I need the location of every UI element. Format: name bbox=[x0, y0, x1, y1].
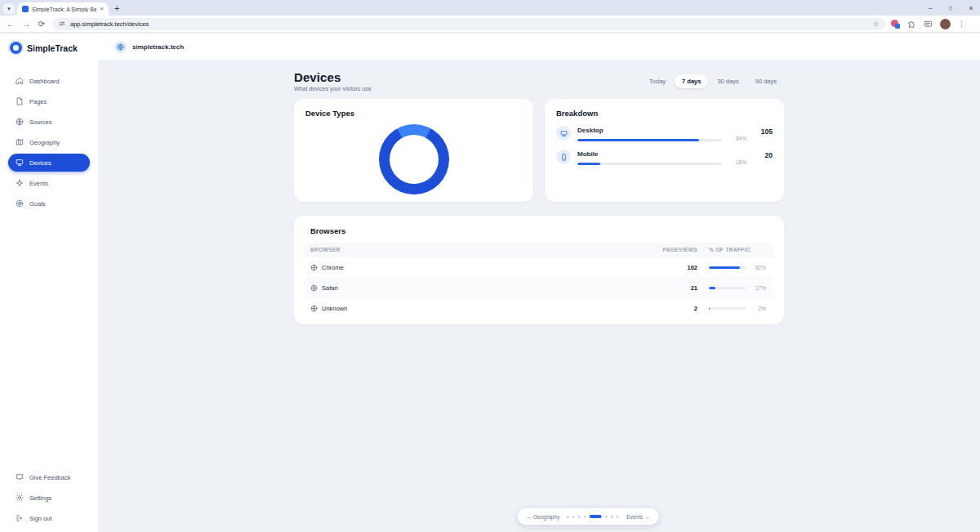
site-name[interactable]: simpletrack.tech bbox=[132, 43, 184, 51]
chat-icon bbox=[16, 473, 24, 481]
breakdown-card: Breakdown Desktop 84% 105 bbox=[545, 99, 784, 202]
profile-avatar[interactable] bbox=[940, 19, 951, 29]
new-tab-button[interactable]: + bbox=[114, 3, 119, 13]
browsers-title: Browsers bbox=[310, 226, 768, 235]
traffic-bar-fill bbox=[709, 287, 715, 289]
breakdown-label: Mobile bbox=[577, 150, 722, 158]
page-icon bbox=[16, 97, 24, 105]
sidebar-item-dashboard[interactable]: Dashboard bbox=[8, 72, 90, 90]
breakdown-value: 20 bbox=[753, 151, 773, 159]
table-row-chrome[interactable]: Chrome 102 82% bbox=[304, 257, 774, 277]
traffic-bar-track bbox=[709, 307, 746, 310]
pager-next-link[interactable]: Events → bbox=[626, 514, 649, 520]
sidebar-item-feedback[interactable]: Give Feedback bbox=[8, 468, 90, 486]
section-pager: ← Geography Events → bbox=[518, 508, 659, 525]
window-maximize-button[interactable]: ○ bbox=[947, 4, 955, 12]
sidebar-item-goals[interactable]: Goals bbox=[8, 194, 90, 212]
site-info-icon[interactable] bbox=[59, 20, 65, 27]
extension-icon[interactable] bbox=[891, 20, 900, 29]
traffic-pct: 82% bbox=[751, 265, 766, 270]
browser-globe-icon bbox=[310, 305, 318, 312]
table-row-unknown[interactable]: Unknown 2 2% bbox=[304, 297, 774, 318]
pager-dot[interactable] bbox=[617, 516, 619, 518]
pager-dot[interactable] bbox=[572, 516, 575, 518]
browser-menu-icon[interactable]: ⋮ bbox=[958, 20, 965, 28]
breakdown-bar-fill bbox=[577, 163, 600, 165]
site-topbar: simpletrack.tech bbox=[98, 34, 980, 60]
range-today-button[interactable]: Today bbox=[642, 74, 673, 88]
pager-dot-active[interactable] bbox=[590, 515, 602, 518]
breakdown-title: Breakdown bbox=[556, 109, 773, 118]
extensions-puzzle-icon[interactable] bbox=[907, 20, 916, 29]
pager-dot[interactable] bbox=[611, 516, 613, 518]
gear-icon bbox=[16, 494, 24, 502]
window-minimize-button[interactable]: − bbox=[926, 4, 934, 12]
sign-out-icon bbox=[16, 514, 24, 522]
map-icon bbox=[16, 138, 24, 146]
sidebar-item-devices[interactable]: Devices bbox=[8, 154, 90, 172]
sidebar-item-events[interactable]: Events bbox=[8, 174, 90, 192]
sidebar-item-settings[interactable]: Settings bbox=[8, 489, 90, 507]
forward-icon[interactable]: → bbox=[21, 20, 31, 29]
breakdown-row-desktop: Desktop 84% 105 bbox=[556, 126, 773, 141]
col-browser: BROWSER bbox=[310, 247, 647, 253]
desktop-icon bbox=[556, 126, 571, 141]
breakdown-row-mobile: Mobile 16% 20 bbox=[556, 150, 773, 165]
extension-badge bbox=[895, 24, 900, 29]
tab-title: SimpleTrack: A Simply Beautifu bbox=[32, 7, 96, 12]
range-7days-button[interactable]: 7 days bbox=[675, 74, 708, 88]
mobile-icon bbox=[556, 150, 571, 164]
pageviews-value: 2 bbox=[647, 305, 697, 312]
brand: SimpleTrack bbox=[10, 42, 90, 54]
spark-icon bbox=[16, 179, 24, 187]
pager-dot[interactable] bbox=[567, 516, 569, 518]
sidebar-item-signout[interactable]: Sign out bbox=[8, 509, 90, 527]
sidebar-item-geography[interactable]: Geography bbox=[8, 133, 90, 151]
date-range-picker: Today 7 days 30 days 90 days bbox=[642, 74, 784, 88]
device-types-card: Device Types bbox=[294, 99, 533, 202]
brand-name: SimpleTrack bbox=[27, 43, 78, 53]
site-globe-icon bbox=[114, 41, 127, 53]
window-close-button[interactable]: × bbox=[967, 4, 975, 12]
breakdown-label: Desktop bbox=[577, 127, 722, 134]
cast-icon[interactable] bbox=[924, 20, 933, 29]
browser-tab-strip: ▾ SimpleTrack: A Simply Beautifu × + − ○… bbox=[0, 0, 980, 16]
col-pageviews: PAGEVIEWS bbox=[647, 247, 697, 253]
reload-icon[interactable]: ⟳ bbox=[37, 20, 47, 29]
range-30days-button[interactable]: 30 days bbox=[710, 74, 746, 88]
page-header: Devices What devices your visitors use bbox=[294, 70, 372, 92]
browser-tab[interactable]: SimpleTrack: A Simply Beautifu × bbox=[17, 2, 109, 16]
breakdown-value: 105 bbox=[753, 127, 773, 136]
sidebar-item-sources[interactable]: Sources bbox=[8, 113, 90, 131]
back-icon[interactable]: ← bbox=[6, 20, 16, 29]
breakdown-bar-track bbox=[577, 139, 722, 141]
browsers-card: Browsers BROWSER PAGEVIEWS % OF TRAFFIC … bbox=[294, 216, 784, 324]
globe-icon bbox=[16, 118, 24, 126]
url-text: app.simpletrack.tech/devices bbox=[70, 20, 868, 28]
tab-close-icon[interactable]: × bbox=[100, 6, 104, 12]
bookmark-star-icon[interactable]: ☆ bbox=[873, 20, 879, 28]
pager-dot[interactable] bbox=[584, 516, 586, 518]
screen: ▾ SimpleTrack: A Simply Beautifu × + − ○… bbox=[0, 0, 980, 532]
traffic-bar-fill bbox=[709, 307, 710, 310]
address-bar[interactable]: app.simpletrack.tech/devices ☆ bbox=[52, 18, 885, 30]
browser-globe-icon bbox=[310, 284, 318, 292]
traffic-pct: 2% bbox=[751, 306, 766, 311]
page-title: Devices bbox=[294, 70, 372, 84]
device-types-title: Device Types bbox=[305, 109, 522, 118]
page-subtitle: What devices your visitors use bbox=[294, 86, 372, 92]
range-90days-button[interactable]: 90 days bbox=[748, 74, 784, 88]
col-traffic: % OF TRAFFIC bbox=[697, 247, 768, 253]
pager-prev-link[interactable]: ← Geography bbox=[527, 514, 559, 520]
tab-search-button[interactable]: ▾ bbox=[3, 3, 15, 14]
sidebar-item-pages[interactable]: Pages bbox=[8, 92, 90, 110]
browser-toolbar: ← → ⟳ app.simpletrack.tech/devices ☆ ⋮ bbox=[0, 16, 980, 33]
monitor-icon bbox=[16, 159, 24, 167]
pager-dot[interactable] bbox=[578, 516, 581, 518]
breakdown-pct: 16% bbox=[728, 159, 746, 165]
breakdown-pct: 84% bbox=[728, 136, 746, 141]
table-row-safari[interactable]: Safari 21 17% bbox=[304, 277, 774, 297]
browser-name: Safari bbox=[322, 284, 338, 292]
device-donut-chart bbox=[379, 124, 449, 194]
pager-dot[interactable] bbox=[605, 516, 608, 518]
